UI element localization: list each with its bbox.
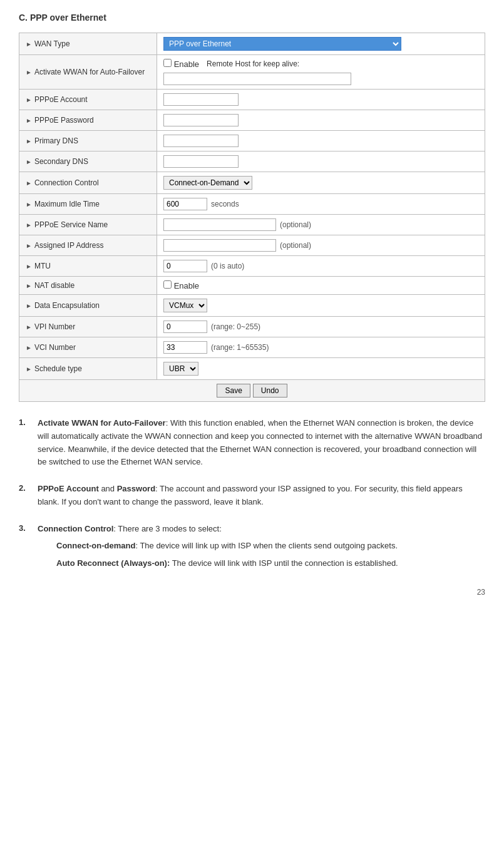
- row-label-13: ►VPI Number: [19, 317, 157, 337]
- row-value-1: Enable Remote Host for keep alive:: [157, 55, 485, 90]
- arrow-icon-10: ►: [26, 263, 32, 270]
- row-value-5: [157, 151, 485, 172]
- page-number: 23: [19, 588, 485, 597]
- arrow-icon-5: ►: [26, 158, 32, 165]
- activate-wwan-checkbox[interactable]: [163, 59, 172, 67]
- arrow-icon-14: ►: [26, 344, 32, 351]
- row-value-6: Connect-on-Demand: [157, 172, 485, 194]
- arrow-icon-13: ►: [26, 324, 32, 331]
- row-value-14: (range: 1~65535): [157, 337, 485, 358]
- row-value-2: [157, 90, 485, 110]
- nat-enable-text: Enable: [174, 281, 199, 290]
- row-value-13: (range: 0~255): [157, 317, 485, 337]
- arrow-icon-7: ►: [26, 201, 32, 208]
- row-label-9: ►Assigned IP Address: [19, 235, 157, 256]
- input-assigned-ip-address[interactable]: [163, 239, 276, 252]
- arrow-icon-12: ►: [26, 302, 32, 309]
- input-pppoe-password[interactable]: [163, 114, 239, 126]
- arrow-icon-2: ►: [26, 96, 32, 103]
- row-label-11: ►NAT disable: [19, 277, 157, 295]
- list-content-2: PPPoE Account and Password: The account …: [38, 483, 485, 513]
- input-pppoe-account[interactable]: [163, 93, 239, 106]
- list-main-text-3: Connection Control: There are 3 modes to…: [38, 523, 485, 536]
- data-encapsulation-select[interactable]: VCMux: [163, 299, 207, 312]
- remote-host-label: Remote Host for keep alive:: [207, 59, 299, 68]
- mtu-input[interactable]: [163, 260, 207, 272]
- list-item-2: 2.PPPoE Account and Password: The accoun…: [19, 483, 485, 513]
- list-content-3: Connection Control: There are 3 modes to…: [38, 523, 485, 575]
- row-label-15: ►Schedule type: [19, 358, 157, 380]
- list-main-text-2: PPPoE Account and Password: The account …: [38, 483, 485, 509]
- wan-type-select[interactable]: PPP over Ethernet: [163, 37, 401, 51]
- section-title: C. PPP over Ethernet: [19, 13, 485, 23]
- row-value-7: seconds: [157, 194, 485, 215]
- list-number-2: 2.: [19, 483, 31, 513]
- activate-wwan-label: Enable: [174, 59, 199, 69]
- input-primary-dns[interactable]: [163, 135, 239, 147]
- arrow-icon-11: ►: [26, 282, 32, 289]
- arrow-icon-0: ►: [26, 41, 32, 48]
- input-secondary-dns[interactable]: [163, 155, 239, 168]
- list-sub-items-3: Connect-on-demand: The device will link …: [38, 540, 485, 571]
- list-item-1: 1.Activate WWAN for Auto-Failover: With …: [19, 417, 485, 473]
- row-label-4: ►Primary DNS: [19, 131, 157, 151]
- optional-label: (optional): [280, 241, 311, 250]
- vci-range: (range: 1~65535): [211, 343, 269, 352]
- row-label-1: ►Activate WWAN for Auto-Failover: [19, 55, 157, 90]
- row-value-8: (optional): [157, 215, 485, 235]
- list-number-1: 1.: [19, 417, 31, 473]
- input-pppoe-service-name[interactable]: [163, 218, 276, 231]
- list-content-1: Activate WWAN for Auto-Failover: With th…: [38, 417, 485, 473]
- arrow-icon-1: ►: [26, 69, 32, 76]
- buttons-row: SaveUndo: [19, 380, 485, 402]
- schedule-type-select[interactable]: UBR: [163, 362, 198, 376]
- row-label-2: ►PPPoE Account: [19, 90, 157, 110]
- vpi-number-input[interactable]: [163, 321, 207, 333]
- row-label-8: ►PPPoE Service Name: [19, 215, 157, 235]
- config-table: ►WAN TypePPP over Ethernet►Activate WWAN…: [19, 33, 485, 402]
- arrow-icon-8: ►: [26, 222, 32, 228]
- undo-button[interactable]: Undo: [253, 384, 287, 398]
- vci-number-input[interactable]: [163, 341, 207, 354]
- list-main-text-1: Activate WWAN for Auto-Failover: With th…: [38, 417, 485, 469]
- arrow-icon-15: ►: [26, 366, 32, 372]
- row-label-12: ►Data Encapsulation: [19, 295, 157, 317]
- arrow-icon-6: ►: [26, 180, 32, 187]
- row-value-11: Enable: [157, 277, 485, 295]
- row-value-9: (optional): [157, 235, 485, 256]
- mtu-note: (0 is auto): [211, 262, 244, 270]
- row-label-6: ►Connection Control: [19, 172, 157, 194]
- save-button[interactable]: Save: [217, 384, 250, 398]
- activate-wwan-enable-label: Enable: [163, 59, 199, 69]
- nat-disable-label: Enable: [163, 281, 199, 290]
- connection-control-select[interactable]: Connect-on-Demand: [163, 176, 252, 190]
- arrow-icon-4: ►: [26, 138, 32, 145]
- row-label-10: ►MTU: [19, 256, 157, 277]
- content-section: 1.Activate WWAN for Auto-Failover: With …: [19, 417, 485, 575]
- vpi-range: (range: 0~255): [211, 322, 260, 331]
- row-value-15: UBR: [157, 358, 485, 380]
- row-value-0: PPP over Ethernet: [157, 33, 485, 55]
- row-value-4: [157, 131, 485, 151]
- row-value-12: VCMux: [157, 295, 485, 317]
- list-item-3: 3.Connection Control: There are 3 modes …: [19, 523, 485, 575]
- list-number-3: 3.: [19, 523, 31, 575]
- remote-host-input[interactable]: [163, 73, 351, 85]
- list-sub-item-3-2: Auto Reconnect (Always-on): The device w…: [56, 557, 485, 570]
- optional-label: (optional): [280, 220, 311, 229]
- row-value-10: (0 is auto): [157, 256, 485, 277]
- row-value-3: [157, 110, 485, 131]
- row-label-3: ►PPPoE Password: [19, 110, 157, 131]
- idle-time-unit: seconds: [211, 200, 239, 208]
- row-label-7: ►Maximum Idle Time: [19, 194, 157, 215]
- arrow-icon-3: ►: [26, 117, 32, 124]
- arrow-icon-9: ►: [26, 242, 32, 249]
- row-label-14: ►VCI Number: [19, 337, 157, 358]
- maximum-idle-time-input[interactable]: [163, 198, 207, 210]
- row-label-0: ►WAN Type: [19, 33, 157, 55]
- list-sub-item-3-1: Connect-on-demand: The device will link …: [56, 540, 485, 553]
- nat-disable-checkbox[interactable]: [163, 280, 172, 289]
- row-label-5: ►Secondary DNS: [19, 151, 157, 172]
